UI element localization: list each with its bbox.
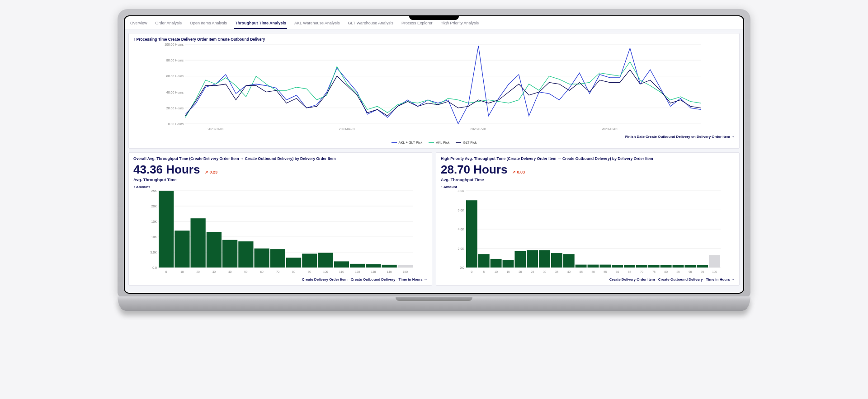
hp-ylabel: ↑ Amount <box>441 185 735 189</box>
svg-rect-108 <box>697 265 708 268</box>
overall-delta: 0.23 <box>205 170 217 174</box>
svg-text:0: 0 <box>165 270 167 273</box>
svg-text:90: 90 <box>308 270 311 273</box>
svg-rect-82 <box>539 250 550 268</box>
svg-text:95: 95 <box>701 270 704 273</box>
svg-rect-70 <box>466 200 477 268</box>
svg-text:80: 80 <box>292 270 296 273</box>
svg-rect-58 <box>398 265 413 268</box>
svg-rect-90 <box>588 265 599 268</box>
svg-text:80: 80 <box>665 270 668 273</box>
svg-text:50: 50 <box>244 270 248 273</box>
svg-text:120: 120 <box>355 270 360 273</box>
svg-text:10: 10 <box>495 270 498 273</box>
legend-item[interactable]: AKL + GLT Pick <box>392 141 423 145</box>
svg-text:8.0K: 8.0K <box>458 189 465 192</box>
svg-rect-34 <box>207 232 222 268</box>
svg-rect-84 <box>551 253 562 268</box>
svg-text:0.0: 0.0 <box>152 266 157 269</box>
tab-throughput-time-analysis[interactable]: Throughput Time Analysis <box>234 19 287 29</box>
svg-text:100: 100 <box>323 270 328 273</box>
svg-rect-28 <box>159 191 174 268</box>
laptop-mockup: OverviewOrder AnalysisOpen Items Analysi… <box>118 9 750 311</box>
svg-text:2.0K: 2.0K <box>458 247 465 250</box>
line-chart[interactable]: 0.00 Hours20.00 Hours40.00 Hours60.00 Ho… <box>133 42 735 132</box>
svg-text:4.0K: 4.0K <box>458 228 465 231</box>
svg-text:110: 110 <box>339 270 344 273</box>
svg-rect-96 <box>624 265 635 268</box>
svg-rect-74 <box>491 259 502 268</box>
svg-text:70: 70 <box>276 270 280 273</box>
svg-text:40: 40 <box>228 270 232 273</box>
svg-text:90: 90 <box>689 270 692 273</box>
svg-text:2023-10-01: 2023-10-01 <box>602 127 618 131</box>
svg-rect-80 <box>527 250 538 268</box>
svg-text:130: 130 <box>371 270 376 273</box>
svg-text:2023-04-01: 2023-04-01 <box>339 127 355 131</box>
tab-high-priority-analysis[interactable]: High Priority Analysis <box>439 19 480 29</box>
svg-text:70: 70 <box>640 270 644 273</box>
svg-text:5.0K: 5.0K <box>151 251 157 254</box>
svg-text:85: 85 <box>676 270 680 273</box>
svg-text:10: 10 <box>180 270 184 273</box>
svg-rect-88 <box>576 265 587 268</box>
hp-metric: 28.70 Hours <box>441 163 507 177</box>
overall-ylabel: ↑ Amount <box>133 185 427 189</box>
tab-open-items-analysis[interactable]: Open Items Analysis <box>189 19 228 29</box>
legend-item[interactable]: GLT Pick <box>456 141 476 145</box>
svg-rect-86 <box>563 254 575 268</box>
svg-rect-36 <box>222 240 237 268</box>
svg-rect-44 <box>286 258 301 268</box>
svg-rect-50 <box>334 261 349 268</box>
svg-rect-42 <box>270 249 285 268</box>
overall-title: Overall Avg. Throughput Time (Create Del… <box>133 156 427 161</box>
svg-rect-76 <box>503 260 514 268</box>
svg-text:0.00 Hours: 0.00 Hours <box>168 122 184 126</box>
panel-title: ↑ Processing Time Create Delivery Order … <box>133 37 735 42</box>
svg-rect-100 <box>648 265 660 268</box>
svg-rect-38 <box>238 241 253 268</box>
svg-text:20: 20 <box>519 270 522 273</box>
panel-overall: Overall Avg. Throughput Time (Create Del… <box>128 152 432 286</box>
overall-sub: Avg. Throughput Time <box>133 178 427 182</box>
svg-text:80.00 Hours: 80.00 Hours <box>166 59 184 62</box>
svg-text:30: 30 <box>212 270 216 273</box>
svg-text:20: 20 <box>197 270 200 273</box>
svg-rect-110 <box>709 255 720 268</box>
line-chart-xlabel: Finish Date Create Outbound Delivery on … <box>133 135 735 139</box>
svg-text:6.0K: 6.0K <box>458 209 465 212</box>
svg-rect-56 <box>382 265 397 268</box>
svg-rect-98 <box>636 265 647 268</box>
svg-text:75: 75 <box>652 270 656 273</box>
svg-text:150: 150 <box>403 270 408 273</box>
tab-process-explorer[interactable]: Process Explorer <box>401 19 434 29</box>
panel-high-priority: High Priority Avg. Throughput Time (Crea… <box>436 152 740 286</box>
svg-text:35: 35 <box>555 270 559 273</box>
svg-rect-72 <box>478 254 490 268</box>
tab-overview[interactable]: Overview <box>129 19 148 29</box>
svg-text:50: 50 <box>591 270 595 273</box>
svg-text:2023-07-01: 2023-07-01 <box>470 127 486 131</box>
svg-text:100.00 Hours: 100.00 Hours <box>165 43 184 46</box>
svg-text:45: 45 <box>580 270 583 273</box>
svg-rect-48 <box>318 253 333 268</box>
svg-text:25K: 25K <box>151 189 157 192</box>
svg-text:40.00 Hours: 40.00 Hours <box>166 91 184 94</box>
svg-rect-54 <box>366 264 381 268</box>
hp-sub: Avg. Throughput Time <box>441 178 735 182</box>
svg-text:20K: 20K <box>151 205 157 208</box>
panel-processing-time: ↑ Processing Time Create Delivery Order … <box>128 33 740 149</box>
line-chart-legend: AKL + GLT PickAKL PickGLT Pick <box>133 141 735 145</box>
hp-histogram[interactable]: 0.02.0K4.0K6.0K8.0K051015202530354045505… <box>441 189 735 275</box>
tab-order-analysis[interactable]: Order Analysis <box>155 19 183 29</box>
svg-text:55: 55 <box>604 270 607 273</box>
tab-akl-warehouse-analysis[interactable]: AKL Warehouse Analysis <box>293 19 340 29</box>
overall-xlabel: Create Delivery Order Item - Create Outb… <box>133 277 427 282</box>
svg-text:60.00 Hours: 60.00 Hours <box>166 75 184 78</box>
hp-title: High Priority Avg. Throughput Time (Crea… <box>441 156 735 161</box>
svg-rect-40 <box>255 249 269 268</box>
overall-histogram[interactable]: 0.05.0K10K15K20K25K010203040506070809010… <box>133 189 427 275</box>
svg-text:10K: 10K <box>151 235 157 239</box>
legend-item[interactable]: AKL Pick <box>429 141 449 145</box>
tab-glt-warehouse-analysis[interactable]: GLT Warehouse Analysis <box>347 19 394 29</box>
